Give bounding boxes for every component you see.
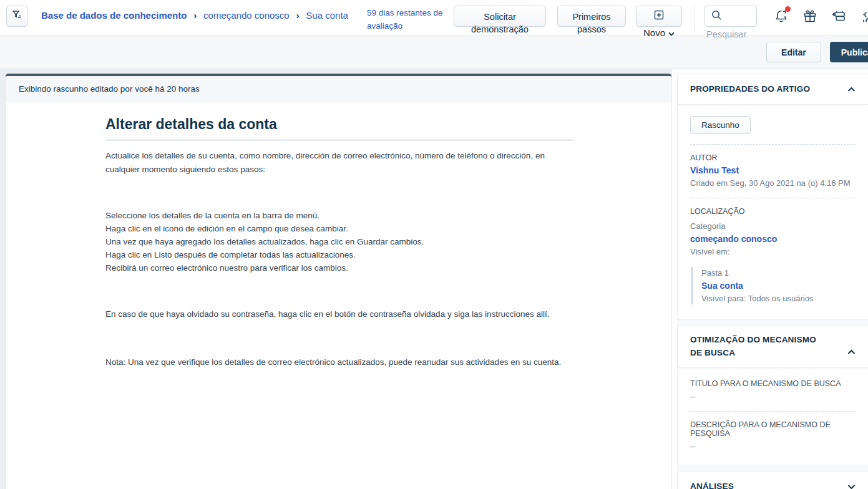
location-label: LOCALIZAÇÃO bbox=[690, 207, 856, 216]
getting-started-button[interactable]: Primeiros passos bbox=[557, 6, 626, 27]
seo-section-title: OTIMIZAÇÃO DO MECANISMO DE BUSCA bbox=[690, 326, 835, 367]
breadcrumb-separator: › bbox=[193, 10, 197, 21]
chevron-down-icon bbox=[847, 482, 856, 489]
analytics-section-header[interactable]: ANÁLISES bbox=[678, 472, 868, 489]
status-badge: Rascunho bbox=[690, 116, 751, 134]
article-note: Nota: Una vez que verifique los detalles… bbox=[105, 356, 580, 369]
gift-icon[interactable] bbox=[802, 8, 818, 24]
profile-icon[interactable] bbox=[859, 8, 868, 24]
article-steps: Seleccione los detalles de la cuenta en … bbox=[105, 210, 646, 275]
seo-section-body: TITULO PARA O MECANISMO DE BUSCA -- DESC… bbox=[678, 368, 868, 465]
breadcrumb-knowledge-base[interactable]: Base de dados de conhecimento bbox=[41, 10, 187, 21]
analytics-section: ANÁLISES bbox=[677, 471, 868, 489]
new-button[interactable]: Novo bbox=[636, 6, 682, 38]
folder-block: Pasta 1 Sua conta Visível para: Todos os… bbox=[691, 267, 856, 304]
article-step: Haga clic en Listo después de completar … bbox=[105, 249, 573, 262]
breadcrumb-category[interactable]: começando conosco bbox=[203, 10, 290, 21]
article-step: Recibirá un correo electrónico nuestro p… bbox=[105, 262, 573, 275]
filter-icon bbox=[11, 9, 22, 23]
article-step: Haga clic en el icono de edición en el c… bbox=[105, 223, 573, 236]
search-placeholder: Pesquisar bbox=[705, 29, 757, 39]
created-date-text: Criado em Seg, 30 Ago 2021 na (o) 4:16 P… bbox=[690, 178, 856, 188]
trial-days-remaining: 59 dias restantes de avaliação bbox=[367, 6, 452, 33]
request-demo-button[interactable]: Solicitar demonstração bbox=[454, 6, 546, 27]
properties-section-header[interactable]: PROPRIEDADES DO ARTIGO bbox=[678, 74, 868, 105]
folder-name: Pasta 1 bbox=[701, 268, 856, 278]
draft-banner-text: Exibindo rascunho editado por você há 20… bbox=[19, 84, 200, 94]
section-gap bbox=[677, 320, 868, 326]
article-panel: Exibindo rascunho editado por você há 20… bbox=[5, 74, 672, 489]
article-body: Alterar detalhes da conta Actualice los … bbox=[6, 102, 671, 394]
article-step: Seleccione los detalles de la cuenta en … bbox=[105, 210, 573, 223]
author-link[interactable]: Vishnu Test bbox=[690, 165, 739, 175]
chevron-down-icon bbox=[668, 27, 675, 38]
search-input[interactable] bbox=[705, 6, 757, 27]
analytics-section-title: ANÁLISES bbox=[690, 473, 740, 489]
properties-section-title: PROPRIEDADES DO ARTIGO bbox=[690, 75, 816, 104]
seo-title-value: -- bbox=[690, 392, 856, 401]
search-icon bbox=[711, 9, 723, 24]
author-label: AUTOR bbox=[690, 153, 856, 162]
properties-section: PROPRIEDADES DO ARTIGO Rascunho AUTOR Vi… bbox=[677, 74, 868, 320]
article-properties-sidebar: PROPRIEDADES DO ARTIGO Rascunho AUTOR Vi… bbox=[672, 69, 868, 489]
folder-article-link[interactable]: Sua conta bbox=[701, 281, 743, 291]
article-action-bar: Editar Publicar bbox=[0, 36, 868, 69]
new-button-box[interactable] bbox=[636, 6, 682, 27]
breadcrumb-folder[interactable]: Sua conta bbox=[306, 10, 348, 21]
notification-badge bbox=[785, 6, 791, 12]
seo-description-label: DESCRIÇÃO PARA O MECANISMO DE PESQUISA bbox=[690, 420, 856, 438]
article-title: Alterar detalhes da conta bbox=[105, 116, 573, 140]
article-step: Una vez que haya agregado los detalles a… bbox=[105, 236, 573, 249]
notifications-bell-icon[interactable] bbox=[773, 8, 789, 24]
new-button-label-row: Novo bbox=[636, 27, 682, 38]
nav-divider bbox=[695, 6, 695, 31]
properties-section-body: Rascunho AUTOR Vishnu Test Criado em Seg… bbox=[678, 105, 868, 319]
category-link[interactable]: começando conosco bbox=[690, 234, 777, 244]
publish-button[interactable]: Publicar bbox=[830, 42, 868, 62]
seo-title-label: TITULO PARA O MECANISMO DE BUSCA bbox=[690, 379, 856, 388]
dashed-divider bbox=[690, 198, 856, 198]
visibility-text: Visível para: Todos os usuários bbox=[701, 294, 856, 303]
seo-section-header[interactable]: OTIMIZAÇÃO DO MECANISMO DE BUSCA bbox=[678, 326, 868, 368]
search-field[interactable]: Pesquisar bbox=[705, 6, 757, 39]
new-button-label: Novo bbox=[643, 27, 665, 38]
filter-button[interactable] bbox=[6, 6, 27, 27]
article-intro: Actualice los detalles de su cuenta, com… bbox=[105, 149, 573, 176]
content-area: Exibindo rascunho editado por você há 20… bbox=[0, 69, 868, 489]
breadcrumb: Base de dados de conhecimento › começand… bbox=[41, 6, 348, 21]
edit-button[interactable]: Editar bbox=[766, 42, 821, 62]
dashed-divider bbox=[690, 411, 856, 412]
breadcrumb-separator: › bbox=[296, 10, 300, 21]
chevron-up-icon bbox=[847, 347, 856, 357]
recent-items-icon[interactable] bbox=[831, 8, 847, 24]
section-gap bbox=[677, 465, 868, 471]
plus-square-icon bbox=[653, 9, 665, 23]
chevron-up-icon bbox=[847, 85, 856, 94]
top-nav: Base de dados de conhecimento › começand… bbox=[0, 0, 868, 36]
visible-in-label: Visível em: bbox=[690, 247, 856, 256]
category-label: Categoria bbox=[690, 221, 856, 231]
draft-banner: Exibindo rascunho editado por você há 20… bbox=[6, 76, 671, 102]
dashed-divider bbox=[690, 144, 856, 145]
article-forgot-password: En caso de que haya olvidado su contrase… bbox=[105, 307, 580, 321]
seo-description-value: -- bbox=[690, 442, 856, 451]
seo-section: OTIMIZAÇÃO DO MECANISMO DE BUSCA TITULO … bbox=[677, 326, 868, 465]
nav-actions: Solicitar demonstração Primeiros passos … bbox=[454, 6, 868, 39]
